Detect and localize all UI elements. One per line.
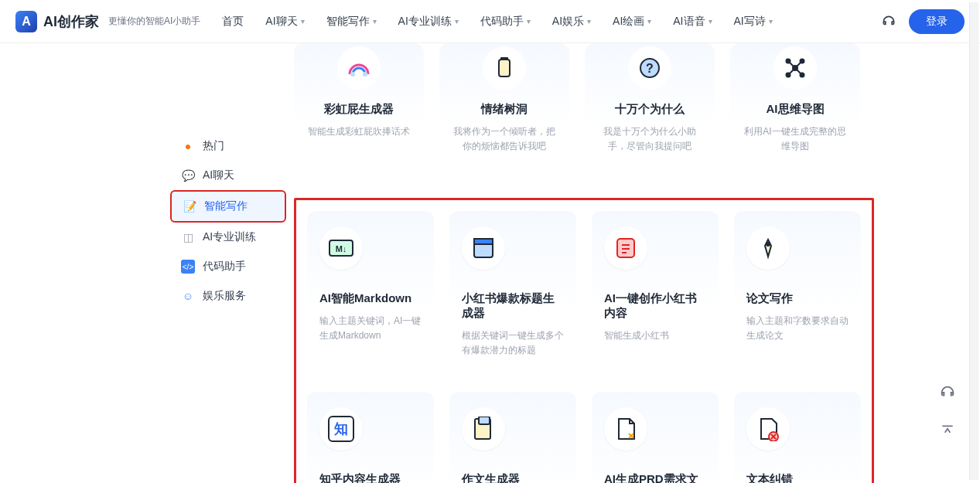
logo-icon: A bbox=[15, 11, 37, 32]
card-essay[interactable]: 作文生成器 一键生成小学生、初中和高中的作文 bbox=[449, 392, 576, 483]
card-title: AI思维导图 bbox=[743, 102, 848, 117]
card-mindmap[interactable]: AI思维导图 利用AI一键生成完整的思维导图 bbox=[730, 43, 860, 182]
card-desc: 我是十万个为什么小助手，尽管向我提问吧 bbox=[597, 124, 702, 154]
card-title: 文本纠错 bbox=[746, 472, 793, 483]
card-title: 作文生成器 bbox=[462, 472, 520, 483]
scrollbar[interactable] bbox=[969, 2, 978, 480]
svg-text:M↓: M↓ bbox=[336, 244, 347, 253]
card-emotion[interactable]: 情绪树洞 我将作为一个倾听者，把你的烦恼都告诉我吧 bbox=[439, 43, 569, 182]
nav-entertainment[interactable]: AI娱乐▾ bbox=[552, 15, 591, 29]
card-thesis[interactable]: 论文写作 输入主题和字数要求自动生成论文 bbox=[734, 211, 861, 376]
mindmap-icon bbox=[773, 46, 817, 90]
zhihu-icon: 知 bbox=[319, 407, 363, 451]
login-button[interactable]: 登录 bbox=[909, 9, 965, 34]
card-desc: 输入主题关键词，AI一键生成Markdown bbox=[319, 314, 422, 343]
sidebar-item-label: 代码助手 bbox=[203, 260, 246, 274]
main-nav: 首页 AI聊天▾ 智能写作▾ AI专业训练▾ 代码助手▾ AI娱乐▾ AI绘画▾… bbox=[222, 15, 881, 29]
support-button[interactable] bbox=[934, 379, 961, 406]
float-actions bbox=[934, 379, 961, 445]
sidebar-item-hot[interactable]: ● 热门 bbox=[170, 131, 286, 161]
card-desc: 输入主题和字数要求自动生成论文 bbox=[746, 314, 849, 343]
doc-icon bbox=[462, 407, 505, 451]
card-xiaohongshu-title[interactable]: 小红书爆款标题生成器 根据关键词一键生成多个有爆款潜力的标题 bbox=[449, 211, 576, 376]
nav-training[interactable]: AI专业训练▾ bbox=[398, 15, 459, 29]
back-to-top-button[interactable] bbox=[934, 417, 961, 445]
card-zhihu[interactable]: 知 知乎内容生成器 粘贴知乎问题，一键生成知乎内容 bbox=[307, 392, 434, 483]
svg-line-14 bbox=[795, 68, 802, 75]
card-prd[interactable]: AI生成PRD需求文档 根据文本描述生成可快速编辑的需求文档 bbox=[592, 392, 719, 483]
nav-code[interactable]: 代码助手▾ bbox=[480, 15, 531, 29]
chevron-down-icon: ▾ bbox=[709, 17, 712, 26]
logo-text: AI创作家 bbox=[43, 12, 99, 31]
svg-point-23 bbox=[767, 243, 770, 246]
card-xiaohongshu-content[interactable]: AI一键创作小红书内容 智能生成小红书 bbox=[592, 211, 719, 376]
card-desc: 智能生成小红书 bbox=[604, 328, 669, 343]
svg-text:?: ? bbox=[646, 62, 654, 75]
svg-line-12 bbox=[795, 61, 802, 68]
chevron-down-icon: ▾ bbox=[301, 17, 305, 26]
pen-icon bbox=[746, 226, 790, 270]
card-title: 小红书爆款标题生成器 bbox=[462, 291, 564, 321]
chevron-down-icon: ▾ bbox=[769, 17, 773, 26]
header-right: 登录 bbox=[881, 9, 965, 34]
card-row: 知 知乎内容生成器 粘贴知乎问题，一键生成知乎内容 作文生成器 一键生成小学生、… bbox=[307, 392, 861, 483]
fire-icon: ● bbox=[181, 139, 195, 153]
top-card-row: 彩虹屁生成器 智能生成彩虹屁吹捧话术 情绪树洞 我将作为一个倾听者，把你的烦恼都… bbox=[294, 43, 874, 182]
sidebar-item-entertainment[interactable]: ☺ 娱乐服务 bbox=[170, 281, 286, 311]
check-icon bbox=[746, 407, 790, 451]
sidebar-item-label: AI聊天 bbox=[203, 168, 234, 182]
card-title: AI智能Markdown bbox=[319, 291, 411, 306]
window-icon bbox=[462, 226, 505, 270]
logo-area[interactable]: A AI创作家 bbox=[15, 11, 99, 32]
headset-icon[interactable] bbox=[881, 14, 896, 29]
card-correction[interactable]: 文本纠错 对上传的文本进行校对，标注错误文本并提供修正意见 bbox=[734, 392, 861, 483]
card-desc: 利用AI一键生成完整的思维导图 bbox=[743, 124, 848, 154]
nav-voice[interactable]: AI语音▾ bbox=[673, 15, 712, 29]
code-icon: </> bbox=[181, 260, 195, 274]
card-title: AI生成PRD需求文档 bbox=[604, 472, 706, 483]
svg-rect-18 bbox=[474, 239, 493, 244]
chat-icon: 💬 bbox=[181, 168, 195, 182]
card-title: AI一键创作小红书内容 bbox=[604, 291, 706, 321]
chevron-down-icon: ▾ bbox=[587, 17, 591, 26]
header: A AI创作家 更懂你的智能AI小助手 首页 AI聊天▾ 智能写作▾ AI专业训… bbox=[0, 0, 980, 43]
nav-chat[interactable]: AI聊天▾ bbox=[265, 15, 304, 29]
nav-writing[interactable]: 智能写作▾ bbox=[326, 15, 377, 29]
chevron-down-icon: ▾ bbox=[527, 17, 531, 26]
svg-line-11 bbox=[788, 61, 795, 68]
svg-rect-3 bbox=[500, 57, 508, 60]
nav-painting[interactable]: AI绘画▾ bbox=[613, 15, 651, 29]
prd-icon bbox=[604, 407, 647, 451]
svg-line-13 bbox=[788, 68, 795, 75]
card-rainbow[interactable]: 彩虹屁生成器 智能生成彩虹屁吹捧话术 bbox=[294, 43, 424, 182]
edit-icon: 📝 bbox=[183, 199, 196, 213]
svg-rect-2 bbox=[499, 60, 510, 77]
card-markdown[interactable]: M↓ AI智能Markdown 输入主题关键词，AI一键生成Markdown bbox=[307, 211, 434, 376]
card-title: 情绪树洞 bbox=[452, 102, 557, 117]
sidebar-item-label: 智能写作 bbox=[204, 199, 248, 213]
card-title: 论文写作 bbox=[746, 291, 793, 306]
card-why[interactable]: ? 十万个为什么 我是十万个为什么小助手，尽管向我提问吧 bbox=[585, 43, 715, 182]
cube-icon: ◫ bbox=[181, 230, 195, 244]
question-icon: ? bbox=[628, 46, 671, 90]
card-row: M↓ AI智能Markdown 输入主题关键词，AI一键生成Markdown 小… bbox=[307, 211, 861, 376]
sidebar-item-chat[interactable]: 💬 AI聊天 bbox=[170, 161, 286, 190]
rainbow-icon bbox=[337, 46, 381, 90]
svg-point-0 bbox=[350, 72, 355, 77]
card-title: 十万个为什么 bbox=[597, 102, 702, 117]
card-title: 彩虹屁生成器 bbox=[306, 102, 411, 117]
nav-home[interactable]: 首页 bbox=[222, 15, 244, 29]
chevron-down-icon: ▾ bbox=[373, 17, 377, 26]
sidebar-item-label: 娱乐服务 bbox=[203, 289, 246, 303]
sidebar-item-training[interactable]: ◫ AI专业训练 bbox=[170, 223, 286, 252]
sidebar-item-label: AI专业训练 bbox=[203, 230, 256, 244]
nav-poetry[interactable]: AI写诗▾ bbox=[734, 15, 773, 29]
sidebar-item-writing[interactable]: 📝 智能写作 bbox=[170, 190, 286, 223]
jar-icon bbox=[483, 46, 526, 90]
markdown-icon: M↓ bbox=[319, 226, 363, 270]
note-icon bbox=[604, 226, 647, 270]
main-content: 彩虹屁生成器 智能生成彩虹屁吹捧话术 情绪树洞 我将作为一个倾听者，把你的烦恼都… bbox=[0, 43, 980, 483]
card-desc: 根据关键词一键生成多个有爆款潜力的标题 bbox=[462, 328, 564, 358]
sidebar-item-code[interactable]: </> 代码助手 bbox=[170, 252, 286, 281]
chevron-down-icon: ▾ bbox=[455, 17, 459, 26]
